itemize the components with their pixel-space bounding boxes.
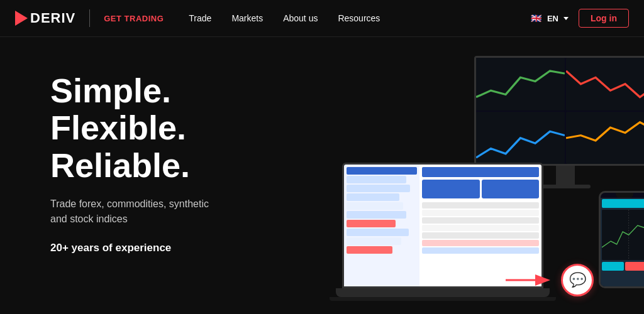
phone-buttons	[602, 262, 644, 271]
logo-area: DERIV GET TRADING	[15, 9, 164, 27]
headline-line3: Reliable.	[50, 147, 209, 184]
svg-rect-4	[602, 210, 644, 260]
phone-interior	[601, 198, 644, 288]
nav-link-markets[interactable]: Markets	[231, 13, 263, 23]
hero-content: Simple. Flexible. Reliable. Trade forex,…	[50, 67, 209, 254]
hero-experience: 20+ years of experience	[50, 242, 209, 254]
get-trading-label: GET TRADING	[104, 14, 164, 23]
chart-cell-2	[566, 58, 644, 111]
phone-buy-btn	[602, 262, 624, 271]
nav-link-about[interactable]: About us	[283, 13, 318, 23]
laptop-sidebar	[344, 165, 419, 286]
phone-sell-btn	[625, 262, 644, 271]
hero-headline: Simple. Flexible. Reliable.	[50, 72, 209, 184]
hero-section: Simple. Flexible. Reliable. Trade forex,…	[0, 37, 644, 314]
navbar: DERIV GET TRADING Trade Markets About us…	[0, 0, 644, 37]
lang-code: EN	[547, 14, 558, 23]
nav-link-trade[interactable]: Trade	[189, 13, 211, 23]
phone-header-bar	[602, 199, 644, 208]
flag-icon: 🇬🇧	[530, 11, 543, 25]
phone-screen	[599, 191, 644, 288]
svg-rect-3	[566, 112, 644, 165]
logo[interactable]: DERIV	[15, 10, 75, 26]
laptop-foot	[330, 297, 556, 301]
headline-line2: Flexible.	[50, 109, 209, 146]
chat-button[interactable]: 💬	[561, 264, 594, 296]
phone-chart	[602, 210, 644, 260]
desktop-base	[540, 185, 591, 188]
arrow-icon	[506, 268, 556, 293]
logo-text: DERIV	[30, 10, 75, 26]
svg-rect-0	[476, 58, 565, 111]
language-selector[interactable]: 🇬🇧 EN	[530, 11, 569, 25]
hero-subtext: Trade forex, commodities, syntheticand s…	[50, 197, 209, 227]
nav-link-resources[interactable]: Resources	[338, 13, 380, 23]
logo-chevron-icon	[15, 11, 28, 26]
chat-icon: 💬	[569, 272, 586, 288]
svg-rect-1	[566, 58, 644, 111]
headline-line1: Simple.	[50, 72, 209, 109]
desktop-screen	[474, 56, 644, 166]
device-phone	[599, 191, 644, 288]
nav-links: Trade Markets About us Resources	[189, 13, 530, 23]
login-button[interactable]: Log in	[579, 9, 629, 28]
nav-right: 🇬🇧 EN Log in	[530, 9, 629, 28]
desktop-stand	[556, 166, 575, 185]
chat-arrow-container: 💬	[506, 264, 594, 296]
chart-cell-1	[476, 58, 565, 111]
nav-divider	[89, 9, 90, 27]
chart-cell-4	[566, 112, 644, 165]
chart-cell-3	[476, 112, 565, 165]
phone-notch	[616, 193, 633, 198]
devices-illustration	[323, 50, 644, 313]
chevron-down-icon	[564, 17, 569, 20]
